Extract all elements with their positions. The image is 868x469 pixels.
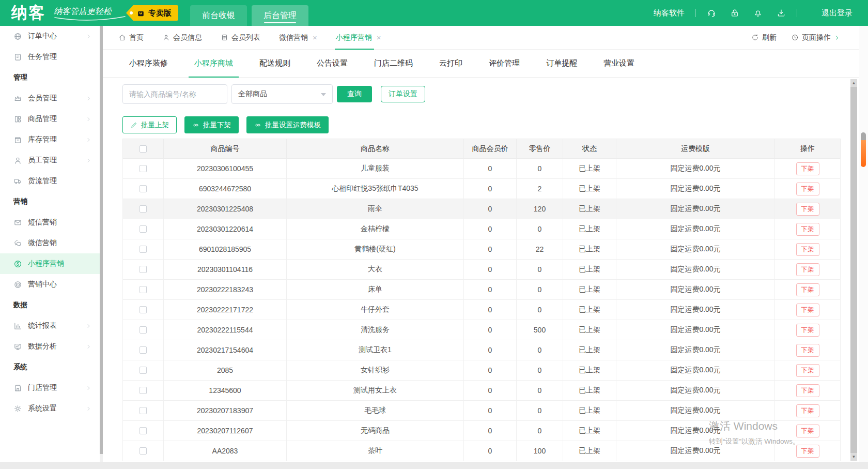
edition-badge[interactable]: 专卖版 (126, 5, 178, 21)
row-checkbox-cell (123, 441, 164, 461)
user-menu[interactable]: 纳客软件 (640, 8, 685, 18)
take-down-button[interactable]: 下架 (796, 203, 819, 216)
content-scrollbar-thumb[interactable] (850, 87, 857, 453)
query-button[interactable]: 查询 (337, 86, 372, 102)
take-down-button[interactable]: 下架 (796, 364, 819, 377)
scroll-down-arrow-icon[interactable]: ▼ (850, 453, 857, 461)
table-row: 20230301220614金桔柠檬00已上架固定运费0.00元下架 (123, 219, 841, 239)
logout-button[interactable]: 退出登录 (808, 8, 853, 18)
close-icon[interactable]: × (313, 34, 317, 41)
scroll-up-arrow-icon[interactable]: ▲ (850, 79, 857, 87)
take-down-button[interactable]: 下架 (796, 445, 819, 458)
batch-button[interactable]: 批量下架 (184, 116, 239, 133)
open-tab[interactable]: 小程序营销× (336, 26, 381, 49)
slogan-swoosh (54, 16, 126, 22)
row-checkbox[interactable] (140, 306, 147, 313)
row-checkbox[interactable] (140, 165, 147, 172)
take-down-button[interactable]: 下架 (796, 324, 819, 337)
batch-actions: 批量上架批量下架批量设置运费模板 (122, 116, 859, 133)
cell-product-name: 床单 (287, 280, 464, 300)
take-down-button[interactable]: 下架 (796, 263, 819, 276)
sidebar-item[interactable]: 订单中心 (0, 26, 100, 47)
cell-product-name: 测试用女上衣 (287, 381, 464, 401)
row-checkbox[interactable] (140, 427, 147, 434)
row-checkbox[interactable] (140, 447, 147, 455)
take-down-button[interactable]: 下架 (796, 404, 819, 417)
subtab[interactable]: 云打印 (438, 50, 464, 77)
sidebar-item[interactable]: 短信营销 (0, 212, 100, 233)
row-checkbox[interactable] (140, 407, 147, 414)
row-checkbox[interactable] (140, 185, 147, 192)
header-nav-tab[interactable]: 后台管理 (252, 5, 308, 26)
sidebar-item[interactable]: 货流管理 (0, 171, 100, 191)
row-checkbox[interactable] (140, 387, 147, 394)
sidebar-item[interactable]: 微信营销 (0, 233, 100, 253)
sidebar-item[interactable]: 商品管理 (0, 109, 100, 129)
open-tab[interactable]: 会员信息 (162, 26, 202, 49)
subtab[interactable]: 配送规则 (258, 50, 292, 77)
take-down-button[interactable]: 下架 (796, 162, 819, 175)
page-scrollbar-thumb[interactable] (861, 140, 866, 167)
row-checkbox[interactable] (140, 367, 147, 374)
cell-retail-price: 0 (517, 159, 563, 179)
row-checkbox[interactable] (140, 205, 147, 213)
lock-icon[interactable] (730, 8, 739, 18)
sidebar-item[interactable]: 统计报表 (0, 315, 100, 336)
subtab[interactable]: 营业设置 (602, 50, 636, 77)
sidebar-item[interactable]: 门店管理 (0, 377, 100, 398)
category-select[interactable]: 全部商品 (231, 84, 333, 104)
page-ops-button[interactable]: 页面操作 (791, 33, 840, 42)
subtab[interactable]: 评价管理 (487, 50, 521, 77)
sidebar-item[interactable]: 任务管理 (0, 47, 100, 67)
refresh-button[interactable]: 刷新 (751, 33, 777, 42)
header-nav-tab[interactable]: 前台收银 (190, 5, 247, 26)
batch-button[interactable]: 批量上架 (122, 116, 177, 133)
row-checkbox[interactable] (140, 346, 147, 354)
sidebar-item[interactable]: 员工管理 (0, 150, 100, 171)
select-all-checkbox[interactable] (140, 145, 147, 153)
batch-button[interactable]: 批量设置运费模板 (246, 116, 329, 133)
headset-icon[interactable] (707, 8, 716, 18)
subtab[interactable]: 订单提醒 (545, 50, 579, 77)
bell-icon[interactable] (753, 8, 763, 18)
sidebar-item[interactable]: 营销中心 (0, 274, 100, 295)
subtab[interactable]: 门店二维码 (373, 50, 414, 77)
cell-actions: 下架 (775, 421, 841, 441)
subtab[interactable]: 公告设置 (315, 50, 349, 77)
row-checkbox[interactable] (140, 326, 147, 334)
take-down-button[interactable]: 下架 (796, 304, 819, 316)
subtab[interactable]: 小程序装修 (128, 50, 169, 77)
take-down-button[interactable]: 下架 (796, 283, 819, 296)
take-down-button[interactable]: 下架 (796, 425, 819, 437)
cell-retail-price: 0 (517, 300, 563, 320)
open-tab[interactable]: 微信营销× (279, 26, 317, 49)
take-down-button[interactable]: 下架 (796, 384, 819, 397)
cell-product-code: 12345600 (164, 381, 287, 401)
download-icon[interactable] (777, 8, 786, 18)
sidebar-item[interactable]: 数据分析 (0, 336, 100, 357)
cell-member-price: 0 (464, 421, 517, 441)
row-checkbox[interactable] (140, 286, 147, 293)
subtab[interactable]: 小程序商城 (193, 50, 235, 77)
cell-member-price: 0 (464, 179, 517, 199)
sidebar-item[interactable]: 会员管理 (0, 88, 100, 109)
take-down-button[interactable]: 下架 (796, 223, 819, 236)
sidebar-item[interactable]: 库存管理 (0, 129, 100, 150)
open-tab[interactable]: 会员列表 (221, 26, 260, 49)
row-checkbox[interactable] (140, 266, 147, 273)
sidebar-item[interactable]: 小程序营销 (0, 253, 100, 274)
take-down-button[interactable]: 下架 (796, 344, 819, 357)
search-input[interactable] (122, 84, 227, 104)
order-settings-button[interactable]: 订单设置 (381, 86, 425, 102)
open-tab[interactable]: 首页 (118, 26, 144, 49)
user-name: 纳客软件 (654, 8, 685, 18)
sidebar-item[interactable]: 系统设置 (0, 398, 100, 419)
close-icon[interactable]: × (377, 34, 381, 41)
chevron-right-icon (834, 35, 840, 41)
row-checkbox[interactable] (140, 246, 147, 253)
filter-row: 全部商品 查询 订单设置 (122, 84, 859, 104)
row-checkbox[interactable] (140, 225, 147, 233)
take-down-button[interactable]: 下架 (796, 243, 819, 256)
sidebar-scrollbar-thumb[interactable] (100, 26, 103, 454)
take-down-button[interactable]: 下架 (796, 183, 819, 195)
